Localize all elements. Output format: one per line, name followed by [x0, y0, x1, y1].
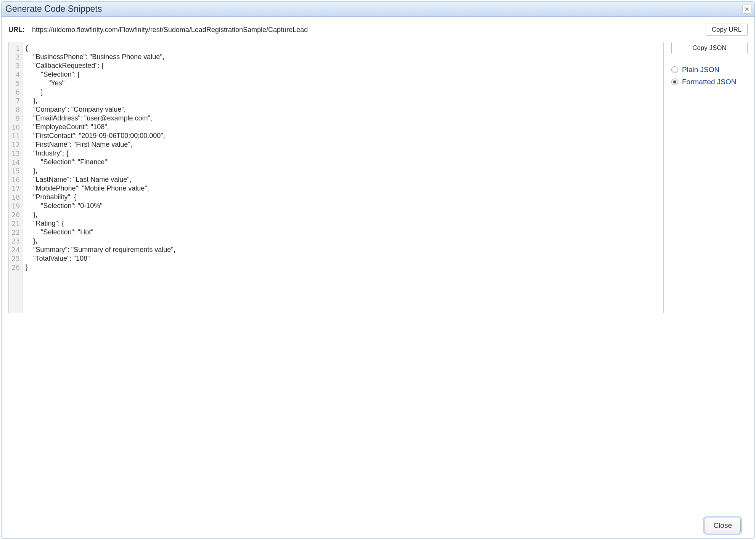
line-number: 14: [11, 158, 20, 167]
line-number: 4: [11, 70, 20, 79]
line-number: 15: [11, 167, 20, 175]
line-number: 18: [11, 193, 20, 202]
generate-snippets-dialog: Generate Code Snippets URL: https://uide…: [1, 1, 493, 352]
line-number: 20: [11, 210, 20, 219]
line-number: 19: [11, 202, 20, 210]
url-value: https://uidemo.flowfinity.com/Flowfinity…: [32, 26, 493, 34]
line-number: 17: [11, 184, 20, 193]
dialog-titlebar: Generate Code Snippets: [2, 2, 493, 17]
main-area: 1234567891011121314151617181920212223242…: [8, 42, 493, 352]
code-content[interactable]: { "BusinessPhone": "Business Phone value…: [23, 42, 493, 313]
line-number: 7: [11, 96, 20, 105]
line-number: 16: [11, 175, 20, 184]
line-number: 2: [11, 53, 20, 61]
line-number: 6: [11, 88, 20, 96]
code-editor[interactable]: 1234567891011121314151617181920212223242…: [8, 42, 493, 313]
line-number: 26: [11, 263, 20, 272]
line-number: 8: [11, 105, 20, 114]
line-number: 3: [11, 61, 20, 70]
dialog-body: URL: https://uidemo.flowfinity.com/Flowf…: [2, 17, 493, 352]
url-label: URL:: [8, 26, 27, 34]
line-number: 23: [11, 237, 20, 245]
line-number: 21: [11, 219, 20, 228]
line-number: 9: [11, 114, 20, 123]
line-number: 12: [11, 140, 20, 149]
line-number: 13: [11, 149, 20, 158]
line-number: 1: [11, 44, 20, 53]
line-number: 5: [11, 79, 20, 88]
line-number: 22: [11, 228, 20, 237]
line-number: 24: [11, 245, 20, 254]
dialog-title: Generate Code Snippets: [5, 4, 493, 14]
line-number: 10: [11, 123, 20, 131]
line-number-gutter: 1234567891011121314151617181920212223242…: [9, 42, 23, 313]
line-number: 25: [11, 254, 20, 263]
url-row: URL: https://uidemo.flowfinity.com/Flowf…: [8, 24, 493, 36]
line-number: 11: [11, 131, 20, 140]
